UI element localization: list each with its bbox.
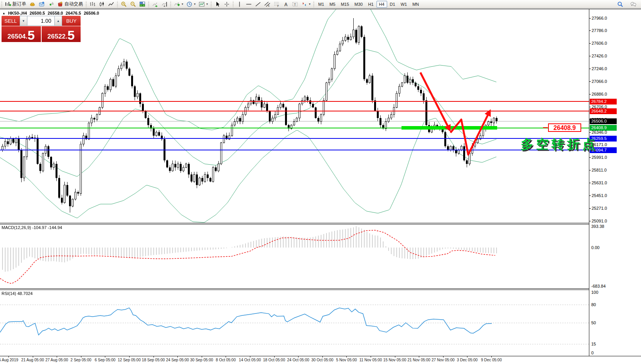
dropdown-caret-icon: ▾ [194, 2, 196, 6]
time-axis-label: 30 Oct 05:00 [311, 358, 333, 362]
dropdown-caret-icon: ▾ [206, 2, 208, 6]
price-axis-label: 27426.0 [592, 54, 607, 58]
messenger-glyph [39, 1, 45, 7]
timeframe-h4[interactable]: H4 [376, 1, 387, 8]
timeframe-m5[interactable]: M5 [327, 1, 338, 8]
svg-text:E: E [268, 5, 270, 7]
time-axis-label: 6 Sep 05:00 [94, 358, 115, 362]
fibonacci-button[interactable]: F [272, 0, 281, 8]
arrow-down-stroke[interactable] [420, 72, 450, 130]
time-axis-label: 27 Nov 05:00 [432, 358, 455, 362]
zoom-in-button[interactable] [119, 0, 128, 8]
time-axis-label: 27 Aug 05:00 [46, 358, 68, 362]
timeframe-m30[interactable]: M30 [352, 1, 365, 8]
rsi-chart-canvas[interactable] [0, 290, 589, 356]
timeframe-mn[interactable]: MN [410, 1, 422, 8]
price-badge-26648.2: 26648.2 [590, 108, 617, 114]
channel-button[interactable]: E [263, 0, 272, 8]
timeframe-d1[interactable]: D1 [387, 1, 398, 8]
chat-icon[interactable] [629, 0, 638, 8]
toolbar-group-5 [213, 0, 231, 8]
toolbar-group-3 [150, 0, 169, 8]
text-label-button[interactable]: T [290, 0, 300, 8]
auto-scroll-button[interactable] [150, 0, 160, 8]
chart-shift-glyph [161, 1, 167, 7]
signal-glyph [48, 1, 54, 7]
signal-icon[interactable] [46, 0, 56, 8]
one-click-trading-panel: SELL ▼ ▲ BUY 26504. 5 26522. 5 [2, 16, 81, 42]
buy-button[interactable]: BUY [62, 16, 81, 26]
time-axis-label: 5 Aug 2019 [0, 358, 18, 362]
indicator-axis-label: 0.00 [591, 245, 599, 250]
volume-input[interactable] [27, 16, 54, 26]
macd-separator-top[interactable] [0, 223, 589, 223]
line-chart-button[interactable] [106, 0, 116, 8]
line-chart-glyph [108, 1, 114, 7]
collapse-triangle-icon[interactable]: ▲ [2, 12, 5, 15]
svg-text:T: T [294, 2, 296, 6]
indicators-button[interactable]: ▾ [172, 0, 185, 8]
time-axis-border [0, 356, 641, 356]
gold-ingot-glyph [29, 1, 35, 7]
bar-chart-glyph [89, 1, 96, 7]
auto-scroll-glyph [152, 1, 158, 7]
price-axis-label: 25451.0 [592, 193, 607, 198]
sell-button[interactable]: SELL [2, 16, 20, 26]
crosshair-button[interactable] [222, 0, 231, 8]
cursor-button[interactable] [213, 0, 222, 8]
timeframe-h1[interactable]: H1 [365, 1, 376, 8]
bar-chart-button[interactable] [88, 0, 97, 8]
sell-price-big: 5 [27, 29, 35, 41]
zoom-out-button[interactable] [128, 0, 138, 8]
tile-windows-button[interactable] [138, 0, 147, 8]
autotrade-button[interactable]: 自动交易 [56, 0, 84, 8]
time-axis-label: 21 Aug 05:00 [21, 358, 44, 362]
timeframe-w1[interactable]: W1 [398, 1, 410, 8]
time-axis-label: 18 Sep 05:00 [142, 358, 165, 362]
periods-button[interactable]: ▾ [185, 0, 197, 8]
vertical-line-button[interactable] [235, 0, 244, 8]
search-icon[interactable] [616, 0, 625, 8]
new-order-button[interactable]: 新订单 [3, 0, 28, 8]
indicator-axis-label: 393.38 [591, 224, 604, 229]
buy-price-tile[interactable]: 26522. 5 [42, 26, 81, 42]
timeframe-m1[interactable]: M1 [315, 1, 327, 8]
toolbar-group-1 [88, 0, 116, 8]
candlestick-chart-button[interactable] [97, 0, 106, 8]
macd-separator-bottom[interactable] [0, 224, 589, 224]
horizontal-line-button[interactable] [244, 0, 253, 8]
toolbar: 新订单自动交易▾▾▾EFAT▾M1M5M15M30H1H4D1W1MN [0, 0, 641, 8]
time-axis[interactable]: 5 Aug 201921 Aug 05:0027 Aug 05:002 Sep … [0, 356, 641, 364]
chart-shift-button[interactable] [160, 0, 169, 8]
toolbar-grip [1, 1, 3, 7]
toolbar-grip [210, 1, 212, 7]
volume-decrease-button[interactable]: ▼ [20, 16, 27, 26]
rsi-separator-top[interactable] [0, 288, 589, 289]
messenger-icon[interactable] [37, 0, 46, 8]
time-axis-label: 18 Oct 05:00 [263, 358, 285, 362]
toolbar-grip [170, 1, 172, 7]
periods-glyph [186, 1, 192, 7]
toolbar-grip [116, 1, 118, 7]
tile-windows-glyph [139, 1, 145, 7]
sell-price-tile[interactable]: 26504. 5 [2, 26, 41, 42]
time-axis-label: 5 Nov 05:00 [336, 358, 357, 362]
trendline-button[interactable] [253, 0, 263, 8]
fibo-glyph: F [273, 1, 280, 7]
toolbar-group-6: EFAT▾ [235, 0, 312, 8]
indicator-axis-label: 0 [591, 351, 594, 355]
arrow-zigzag-stroke[interactable] [450, 111, 490, 155]
volume-increase-button[interactable]: ▲ [54, 16, 62, 26]
arrows-button[interactable]: ▾ [300, 0, 312, 8]
macd-chart-canvas[interactable] [0, 224, 589, 288]
time-axis-label: 24 Sep 05:00 [166, 358, 189, 362]
timeframe-m15[interactable]: M15 [338, 1, 352, 8]
gold-ingot-icon[interactable] [28, 0, 37, 8]
price-badge-26784.2: 26784.2 [590, 99, 617, 104]
templates-button[interactable]: ▾ [197, 0, 209, 8]
text-button[interactable]: A [281, 0, 290, 8]
rsi-separator-bottom[interactable] [0, 290, 589, 290]
label-glyph: T [292, 1, 298, 7]
zoom-in-glyph [121, 1, 127, 7]
red-arrow-annotation[interactable] [0, 0, 589, 223]
